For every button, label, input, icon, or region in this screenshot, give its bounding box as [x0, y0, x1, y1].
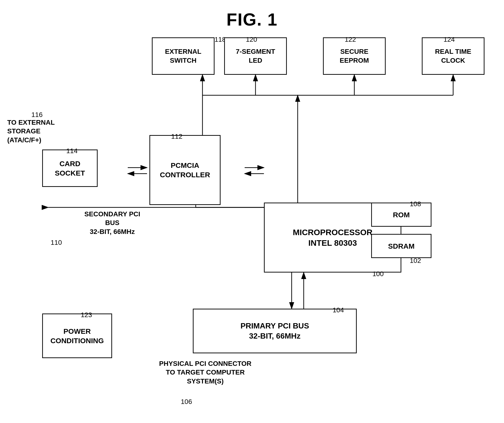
ref-120: 120 — [246, 36, 257, 43]
physical-pci-connector-label: PHYSICAL PCI CONNECTOR TO TARGET COMPUTE… — [159, 359, 251, 386]
to-external-storage-label: TO EXTERNAL STORAGE (ATA/C/F+) — [7, 118, 55, 144]
secondary-pci-bus-label: SECONDARY PCI BUS 32-BIT, 66MHz — [84, 210, 140, 236]
ref-106: 106 — [181, 398, 192, 406]
external-switch-box: EXTERNAL SWITCH — [152, 37, 215, 75]
ref-104: 104 — [333, 306, 344, 314]
ref-100: 100 — [372, 270, 384, 278]
ref-116: 116 — [31, 111, 43, 119]
primary-pci-bus-box: PRIMARY PCI BUS 32-BIT, 66MHz — [193, 309, 357, 353]
card-socket-box: CARD SOCKET — [42, 150, 98, 187]
ref-110: 110 — [51, 239, 62, 246]
diagram-container: FIG. 1 — [0, 0, 504, 423]
sdram-box: SDRAM — [371, 234, 431, 258]
page-title: FIG. 1 — [0, 0, 504, 29]
ref-122: 122 — [345, 36, 356, 43]
rom-box: ROM — [371, 203, 431, 227]
ref-108: 108 — [410, 200, 421, 208]
ref-124: 124 — [444, 36, 455, 43]
ref-112: 112 — [171, 133, 182, 140]
ref-123: 123 — [81, 311, 92, 319]
power-conditioning-box: POWER CONDITIONING — [42, 314, 112, 358]
ref-102: 102 — [410, 257, 421, 265]
pcmcia-controller-box: PCMCIA CONTROLLER — [149, 135, 221, 205]
ref-114: 114 — [66, 147, 78, 155]
